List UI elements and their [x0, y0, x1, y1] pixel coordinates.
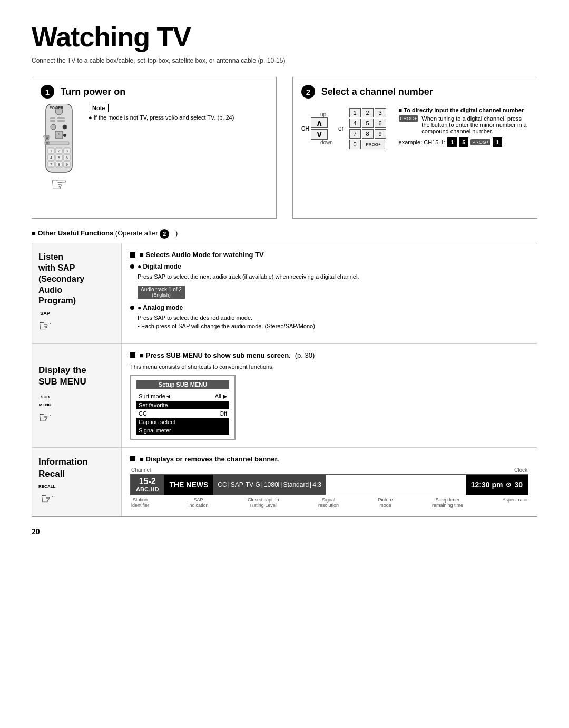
note-bullet: ●	[89, 114, 92, 121]
step2-number: 2	[301, 85, 315, 99]
cc-signal-group: Closed caption Rating Level	[248, 497, 279, 508]
sep2: |	[280, 481, 282, 488]
ch-down-button[interactable]: ∨	[311, 129, 328, 140]
sep0: |	[228, 481, 230, 488]
submenu-popup: Setup SUB MENU Surf mode◄ All ▶ Set favo…	[130, 375, 236, 440]
sep3: |	[310, 481, 311, 488]
step1-box: 1 Turn power on	[32, 77, 277, 219]
audio-track-area: Audio track 1 of 2 (English)	[138, 283, 528, 299]
num-1-button[interactable]: 1	[349, 108, 361, 117]
digital-channel-note: ■ To directly input the digital channel …	[399, 107, 528, 147]
sub-button-illustration: SUB MENU ☞	[38, 392, 52, 426]
cc-text: CC	[218, 481, 227, 488]
recall-left: Information Recall RECALL ☞	[32, 448, 122, 516]
svg-text:CH: CH	[43, 135, 48, 138]
num-8-button[interactable]: 8	[362, 129, 374, 139]
bullet-dot-2	[130, 306, 134, 310]
aspect-label: Aspect ratio	[502, 497, 527, 508]
sap-button-illustration: SAP ☞	[38, 311, 52, 335]
operate-after: (Operate after	[115, 229, 160, 237]
num-5-button[interactable]: 5	[362, 119, 374, 128]
num-row-1: 1 2 3	[349, 108, 386, 117]
svg-text:+: +	[57, 132, 60, 137]
black-square-icon	[130, 252, 135, 258]
analog-mode-section: ● Analog mode Press SAP to select the de…	[130, 304, 528, 331]
submenu-visual: Setup SUB MENU Surf mode◄ All ▶ Set favo…	[130, 375, 528, 440]
digital-mode-section: ● Digital mode Press SAP to select the n…	[130, 263, 528, 299]
svg-point-10	[63, 134, 66, 137]
down-label: down	[320, 140, 333, 145]
svg-text:3: 3	[66, 149, 68, 153]
num-2-button[interactable]: 2	[362, 108, 374, 117]
ex-num-5: 5	[459, 137, 468, 147]
digital-note-desc: When tuning to a digital channel, press …	[421, 115, 528, 134]
hand-press-sub-icon: ☞	[38, 409, 52, 426]
svg-text:2: 2	[58, 149, 60, 153]
svg-text:5: 5	[58, 156, 60, 160]
num-6-button[interactable]: 6	[375, 119, 386, 128]
ex-num-1: 1	[447, 137, 457, 147]
page-title: Watching TV	[32, 21, 537, 53]
ch-up-button[interactable]: ∧	[311, 117, 328, 128]
svg-point-6	[51, 124, 56, 130]
example-row: example: CH15-1: 1 5 PROG+ 1	[399, 137, 528, 147]
step1-notes: Note ● If the mode is not TV, press vol/…	[89, 104, 234, 124]
num-4-button[interactable]: 4	[349, 119, 361, 128]
number-grid: 1 2 3 4 5 6 7 8 9 0	[349, 108, 386, 149]
recall-right: ■ Displays or removes the channel banner…	[122, 448, 537, 516]
num-7-button[interactable]: 7	[349, 129, 361, 139]
resolution-text: 1080i	[264, 481, 279, 488]
standard-text: Standard	[283, 481, 309, 488]
svg-text:POWER: POWER	[50, 106, 63, 110]
submenu-item-cc: CC Off	[136, 409, 229, 418]
num-3-button[interactable]: 3	[375, 108, 386, 117]
submenu-item-caption: Caption select	[136, 418, 229, 426]
ex-prog-btn: PROG+	[470, 139, 490, 145]
digital-mode-desc: Press SAP to select the next audio track…	[138, 272, 528, 281]
num-9-button[interactable]: 9	[375, 129, 386, 139]
tvg-text: TV-G	[246, 481, 260, 488]
function-rows: Listen with SAP (Secondary Audio Program…	[32, 243, 537, 517]
svg-rect-3	[50, 120, 55, 122]
ch-label: CH	[301, 126, 309, 132]
svg-rect-2	[50, 117, 55, 119]
example-text: example: CH15-1:	[399, 139, 446, 145]
picture-label: Picture mode	[378, 497, 393, 508]
subtitle: Connect the TV to a cable box/cable, set…	[32, 57, 537, 64]
step2-title: Select a channel number	[321, 86, 433, 97]
num-row-2: 4 5 6	[349, 119, 386, 128]
submenu-title-left: Display the SUB MENU	[38, 365, 115, 388]
recall-section-title: ■ Displays or removes the channel banner…	[130, 455, 528, 463]
recall-banner-area: Channel Clock 15-2 ABC-HD THE NEWS CC |	[130, 467, 528, 508]
recall-button-illustration: RECALL ☞	[38, 484, 55, 507]
remote-illustration: + 1 2 3 4 5 6	[41, 104, 80, 211]
banner-program-name: THE NEWS	[164, 475, 213, 495]
step1-header: 1 Turn power on	[41, 85, 268, 99]
step2-content: up CH ∧ ∨ down or 1 2	[301, 104, 528, 149]
digital-note-title: ■ To directly input the digital channel …	[399, 107, 528, 113]
signal-label: Signal resolution	[318, 497, 339, 508]
sap-text: SAP	[231, 481, 243, 488]
menu-btn-label: MENU	[39, 402, 52, 407]
num-0-button[interactable]: 0	[349, 140, 361, 149]
ch-arrows-section: up CH ∧ ∨ down or 1 2	[301, 108, 386, 149]
sap-section-title: ■ Selects Audio Mode for watching TV	[130, 251, 528, 259]
submenu-item-setfavorite: Set favorite	[136, 401, 229, 409]
note-title: Note	[89, 104, 109, 112]
clock-icon: ⊙	[506, 481, 511, 488]
black-square-2-icon	[130, 352, 135, 358]
banner-time: 12:30 pm ⊙ 30	[466, 475, 528, 495]
svg-text:4: 4	[50, 156, 52, 160]
svg-rect-4	[57, 117, 65, 119]
sap-indication-label: SAP indication	[188, 497, 208, 508]
channel-banner: 15-2 ABC-HD THE NEWS CC | SAP TV-G | 108…	[130, 474, 528, 495]
banner-labels: Station identifier SAP indication Closed…	[130, 497, 528, 508]
step1-content: + 1 2 3 4 5 6	[41, 104, 268, 211]
prog-button[interactable]: PROG+	[362, 140, 385, 149]
analog-mode-desc: Press SAP to select the desired audio mo…	[138, 313, 528, 331]
aspect-text: 4:3	[312, 481, 321, 488]
note-text: ● If the mode is not TV, press vol/o and…	[89, 114, 234, 121]
digital-note-content: PROG+ When tuning to a digital channel, …	[399, 115, 528, 134]
hand-press-icon: ☞	[38, 317, 52, 335]
recall-btn-label: RECALL	[38, 484, 55, 489]
